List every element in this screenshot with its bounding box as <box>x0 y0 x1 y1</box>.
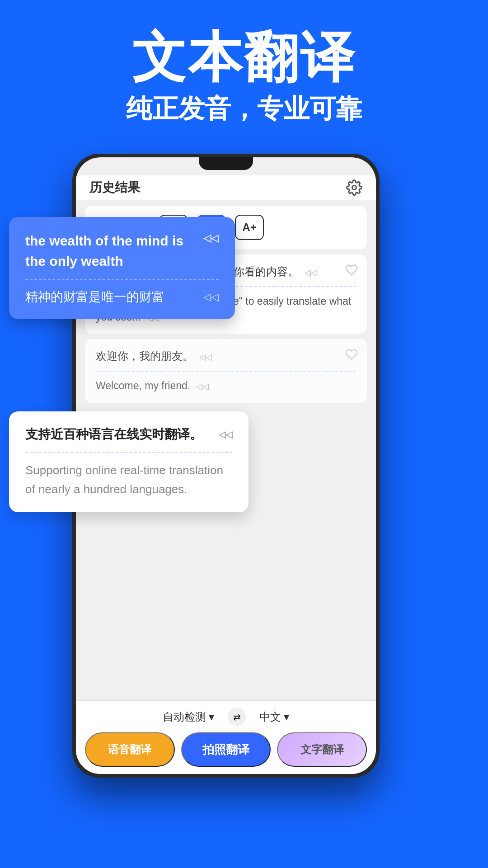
float-white-main: 支持近百种语言在线实时翻译。 ◁◁ <box>25 425 232 444</box>
header-subtitle: 纯正发音，专业可靠 <box>0 91 488 127</box>
speaker-icon-float-white[interactable]: ◁◁ <box>219 428 232 441</box>
card2-divider <box>96 371 356 372</box>
fontsize-large-btn[interactable]: A+ <box>235 215 264 240</box>
header: 文本翻译 纯正发音，专业可靠 <box>0 0 488 140</box>
photo-translate-btn[interactable]: 拍照翻译 <box>181 732 271 767</box>
card2-translated: Welcome, my friend. ◁◁ <box>96 378 356 394</box>
float-blue-divider <box>25 279 219 280</box>
speaker-icon-2b[interactable]: ◁◁ <box>196 381 209 393</box>
phone-topbar: 历史结果 <box>76 175 376 200</box>
gear-icon[interactable] <box>346 179 362 196</box>
float-card-blue: the wealth of the mind is the only wealt… <box>9 217 235 319</box>
float-source-text: the wealth of the mind is the only wealt… <box>25 231 219 271</box>
translation-card-2: 欢迎你，我的朋友。 ◁◁ Welcome, my friend. ◁◁ <box>85 339 367 403</box>
speaker-icon-float-blue2[interactable]: ◁◁ <box>203 291 219 303</box>
phone-notch <box>199 157 253 170</box>
card2-source: 欢迎你，我的朋友。 ◁◁ <box>96 348 356 364</box>
phone-bottom-bar: 自动检测 ▾ ⇄ 中文 ▾ 语音翻译 拍照翻译 文字翻译 <box>76 700 376 774</box>
heart-icon-1[interactable] <box>345 264 358 276</box>
float-card-white: 支持近百种语言在线实时翻译。 ◁◁ Supporting online real… <box>9 411 249 512</box>
speaker-icon-float-blue[interactable]: ◁◁ <box>203 231 219 245</box>
phone-power <box>377 302 380 338</box>
swap-langs-btn[interactable]: ⇄ <box>228 708 246 726</box>
dropdown-icon-source: ▾ <box>209 711 214 723</box>
source-lang-btn[interactable]: 自动检测 ▾ <box>163 710 214 724</box>
float-white-sub: Supporting online real-time translation … <box>25 461 232 499</box>
dropdown-icon-target: ▾ <box>284 711 289 723</box>
voice-translate-btn[interactable]: 语音翻译 <box>85 732 175 767</box>
lang-row: 自动检测 ▾ ⇄ 中文 ▾ <box>85 708 367 726</box>
topbar-title: 历史结果 <box>89 179 140 196</box>
float-translated-text: 精神的财富是唯一的财富 ◁◁ <box>25 288 219 306</box>
float-white-divider <box>25 452 232 453</box>
header-title: 文本翻译 <box>0 27 488 87</box>
speaker-icon-1[interactable]: ◁◁ <box>305 267 317 279</box>
svg-point-0 <box>352 186 357 190</box>
target-lang-btn[interactable]: 中文 ▾ <box>259 710 289 724</box>
action-buttons: 语音翻译 拍照翻译 文字翻译 <box>85 732 367 767</box>
heart-icon-2[interactable] <box>345 348 358 361</box>
text-translate-btn[interactable]: 文字翻译 <box>277 732 367 767</box>
speaker-icon-2[interactable]: ◁◁ <box>199 351 212 363</box>
